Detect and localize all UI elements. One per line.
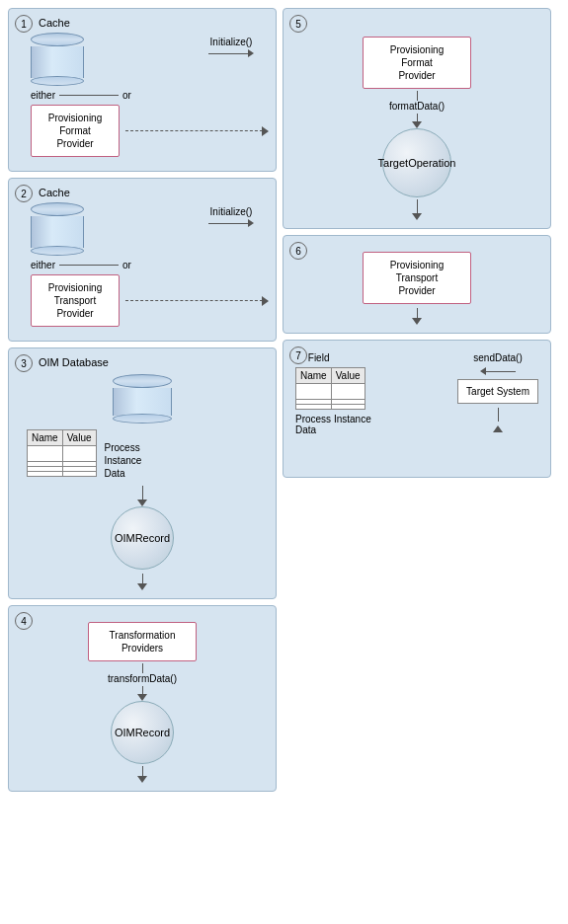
panel-7: 7 ID Field Name Value Process I xyxy=(283,340,551,478)
panel-number-3: 3 xyxy=(15,354,33,372)
process-instance-label-3: ProcessInstanceData xyxy=(105,429,142,480)
process-data-table-3: Name Value xyxy=(27,429,97,477)
panel-number-4: 4 xyxy=(15,612,33,630)
panel2-title: Cache xyxy=(39,187,268,198)
panel-2: 2 Cache Initialize() xyxy=(8,178,277,342)
panel1-title: Cache xyxy=(39,17,268,29)
transform-method-label: transformData() xyxy=(108,673,177,684)
panel-number-1: 1 xyxy=(15,15,33,33)
format-method-label: formatData() xyxy=(389,101,445,112)
ptp-box-1: ProvisioningTransportProvider xyxy=(31,274,120,327)
target-operation-circle: TargetOperation xyxy=(382,128,451,197)
transformation-box: TransformationProviders xyxy=(88,622,197,661)
col-name-3: Name xyxy=(28,430,63,446)
panel-number-2: 2 xyxy=(15,185,33,202)
pfp-box-2: ProvisioningFormatProvider xyxy=(363,37,471,89)
panel-number-7: 7 xyxy=(289,346,307,364)
panel-6: 6 ProvisioningTransportProvider xyxy=(283,235,551,334)
panel-number-6: 6 xyxy=(289,242,307,260)
col-value-7: Value xyxy=(331,368,365,384)
process-data-table-7: Name Value xyxy=(295,367,365,410)
ptp-box-2: ProvisioningTransportProvider xyxy=(363,252,471,304)
either-or-row-1: either or xyxy=(31,90,268,101)
panel-4: 4 TransformationProviders transformData(… xyxy=(8,605,277,792)
init-label-2: Initialize() xyxy=(210,206,253,217)
cylinder-3 xyxy=(113,374,172,424)
either-or-row-2: either or xyxy=(31,260,268,270)
panel-1: 1 Cache Initialize() xyxy=(8,8,277,172)
cylinder-1 xyxy=(31,33,84,86)
target-system-box: Target System xyxy=(457,379,538,404)
send-method-label: sendData() xyxy=(473,352,522,363)
oimrecord-circle-2: OIMRecord xyxy=(111,701,174,764)
panel3-title: OIM Database xyxy=(39,356,268,368)
panel-3: 3 OIM Database Name Value xyxy=(8,347,277,599)
cylinder-2 xyxy=(31,202,84,256)
panel-number-5: 5 xyxy=(289,15,307,33)
oimrecord-circle-1: OIMRecord xyxy=(111,506,174,570)
col-name-7: Name xyxy=(296,368,332,384)
panel-5: 5 ProvisioningFormatProvider formatData(… xyxy=(283,8,551,229)
pfp-box-1: ProvisioningFormatProvider xyxy=(31,105,120,157)
init-label-1: Initialize() xyxy=(210,37,253,47)
col-value-3: Value xyxy=(62,430,96,446)
process-instance-label-7: Process InstanceData xyxy=(295,414,371,435)
